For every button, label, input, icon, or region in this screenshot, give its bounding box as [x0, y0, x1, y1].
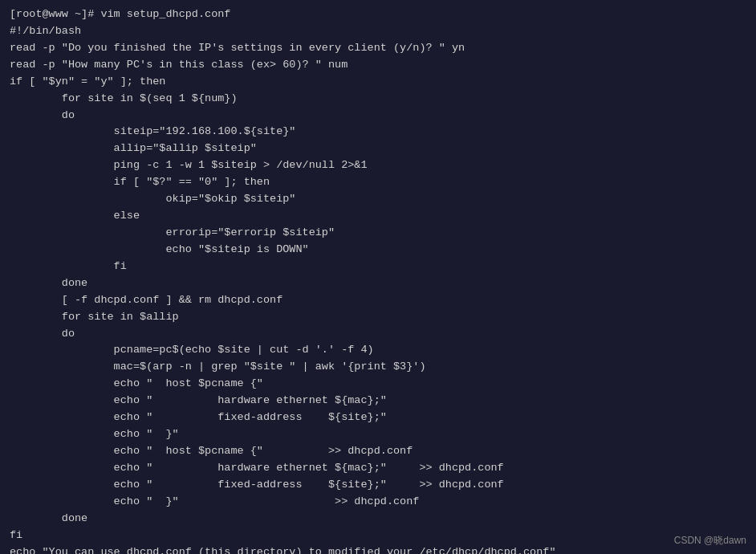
code-line: echo " }"	[10, 426, 746, 443]
code-line: for site in $allip	[10, 309, 746, 326]
code-line: mac=$(arp -n | grep "$site " | awk '{pri…	[10, 359, 746, 376]
code-line: pcname=pc$(echo $site | cut -d '.' -f 4)	[10, 342, 746, 359]
code-line: if [ "$yn" = "y" ]; then	[10, 74, 746, 91]
code-line: read -p "Do you finished the IP's settin…	[10, 40, 746, 57]
code-line: ping -c 1 -w 1 $siteip > /dev/null 2>&1	[10, 157, 746, 174]
code-line: echo "You can use dhcpd.conf (this direc…	[10, 544, 746, 555]
code-line: echo " }" >> dhcpd.conf	[10, 494, 746, 511]
code-line: siteip="192.168.100.${site}"	[10, 124, 746, 141]
code-line: echo " host $pcname {"	[10, 376, 746, 393]
code-line: echo " fixed-address ${site};"	[10, 409, 746, 426]
code-line: fi	[10, 528, 746, 544]
code-line: do	[10, 108, 746, 124]
code-line: else	[10, 208, 746, 225]
code-line: done	[10, 275, 746, 292]
code-line: okip="$okip $siteip"	[10, 191, 746, 208]
code-line: errorip="$errorip $siteip"	[10, 225, 746, 242]
code-line: done	[10, 511, 746, 528]
code-line: #!/bin/bash	[10, 23, 746, 40]
watermark-label: CSDN @晓dawn	[674, 534, 746, 548]
code-line: [ -f dhcpd.conf ] && rm dhcpd.conf	[10, 292, 746, 309]
code-line: fi	[10, 259, 746, 275]
code-line: allip="$allip $siteip"	[10, 141, 746, 157]
code-line: echo " host $pcname {" >> dhcpd.conf	[10, 443, 746, 460]
terminal-window: [root@www ~]# vim setup_dhcpd.conf#!/bin…	[0, 0, 756, 554]
code-area: [root@www ~]# vim setup_dhcpd.conf#!/bin…	[0, 0, 756, 554]
code-line: echo " hardware ethernet ${mac};" >> dhc…	[10, 460, 746, 477]
code-line: echo " fixed-address ${site};" >> dhcpd.…	[10, 477, 746, 494]
code-line: if [ "$?" == "0" ]; then	[10, 174, 746, 191]
code-line: [root@www ~]# vim setup_dhcpd.conf	[10, 6, 746, 23]
code-line: do	[10, 326, 746, 343]
code-line: for site in $(seq 1 ${num})	[10, 91, 746, 108]
code-line: read -p "How many PC's in this class (ex…	[10, 57, 746, 74]
code-line: echo " hardware ethernet ${mac};"	[10, 393, 746, 409]
code-line: echo "$siteip is DOWN"	[10, 242, 746, 259]
